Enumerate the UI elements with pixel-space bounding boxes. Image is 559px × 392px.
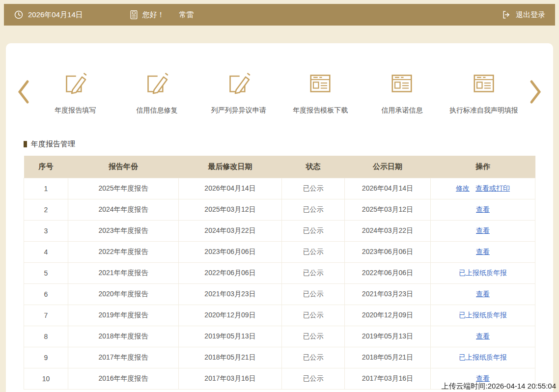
status-text: 已公示 — [282, 199, 345, 220]
date-display: 2026年04月14日 — [14, 10, 83, 20]
report-year: 2022年年度报告 — [68, 241, 179, 262]
status-text: 已公示 — [282, 347, 345, 368]
quick-action-label: 年度报告模板下载 — [293, 106, 348, 115]
status-text: 已公示 — [282, 178, 345, 199]
table-row: 22024年年度报告2025年03月12日已公示2025年03月12日查看 — [24, 199, 535, 220]
quick-action-label: 信用信息修复 — [136, 106, 177, 115]
quick-actions-carousel: 年度报告填写 信用信息修复 — [6, 43, 553, 115]
status-text: 已公示 — [282, 368, 345, 389]
form-pencil-icon — [224, 69, 253, 97]
topbar: 2026年04月14日 您好！ 常雷 退出登录 — [4, 4, 555, 26]
report-document-icon — [388, 69, 416, 97]
current-date: 2026年04月14日 — [28, 10, 83, 20]
logout-button[interactable]: 退出登录 — [502, 10, 545, 20]
quick-action-self-declaration[interactable]: 执行标准自我声明填报 — [443, 69, 524, 115]
action-link[interactable]: 查看或打印 — [475, 184, 510, 192]
actions-cell: 已上报纸质年报 — [431, 305, 535, 326]
column-header-status: 状态 — [282, 156, 345, 178]
carousel-next-button[interactable] — [525, 79, 546, 105]
greeting-text: 您好！ — [142, 10, 165, 20]
action-link[interactable]: 查看 — [476, 374, 490, 382]
clock-icon — [14, 10, 24, 20]
publish-date: 2022年06月06日 — [345, 262, 431, 283]
row-index: 10 — [24, 368, 68, 389]
publish-date: 2020年12月09日 — [345, 305, 431, 326]
last-modified-date: 2022年06月06日 — [179, 262, 282, 283]
annual-report-table: 序号 报告年份 最后修改日期 状态 公示日期 操作 12025年年度报告2026… — [24, 156, 535, 390]
action-link[interactable]: 查看 — [476, 332, 490, 340]
quick-action-annual-report-fill[interactable]: 年度报告填写 — [35, 69, 116, 115]
last-modified-date: 2023年06月06日 — [179, 241, 282, 262]
actions-cell: 已上报纸质年报 — [431, 262, 535, 283]
table-row: 32023年年度报告2024年03月22日已公示2024年03月22日查看 — [24, 220, 535, 241]
row-index: 9 — [24, 347, 68, 368]
form-pencil-icon — [142, 69, 171, 97]
quick-action-credit-repair[interactable]: 信用信息修复 — [116, 69, 197, 115]
action-link[interactable]: 查看 — [476, 226, 490, 234]
publish-date: 2021年03月23日 — [345, 283, 431, 305]
row-index: 5 — [24, 262, 68, 283]
report-year: 2024年年度报告 — [68, 199, 179, 220]
publish-date: 2018年05月21日 — [345, 347, 431, 368]
table-row: 42022年年度报告2023年06月06日已公示2023年06月06日查看 — [24, 241, 535, 262]
quick-action-label: 列严列异异议申请 — [211, 106, 266, 115]
quick-action-label: 年度报告填写 — [55, 106, 96, 115]
paper-report-status-label: 已上报纸质年报 — [459, 353, 507, 361]
last-modified-date: 2025年03月12日 — [179, 199, 282, 220]
column-header-year: 报告年份 — [68, 156, 179, 178]
report-document-icon — [470, 69, 498, 97]
quick-action-credit-commitment[interactable]: 信用承诺信息 — [362, 69, 443, 115]
publish-date: 2025年03月12日 — [345, 199, 431, 220]
quick-action-objection-apply[interactable]: 列严列异异议申请 — [198, 69, 279, 115]
quick-action-label: 信用承诺信息 — [381, 106, 422, 115]
id-badge-icon — [130, 10, 138, 20]
username: 常雷 — [179, 10, 194, 20]
last-modified-date: 2017年03月16日 — [179, 368, 282, 389]
publish-date: 2026年04月14日 — [345, 178, 431, 199]
column-header-index: 序号 — [24, 156, 68, 178]
report-year: 2017年年度报告 — [68, 347, 179, 368]
table-body: 12025年年度报告2026年04月14日已公示2026年04月14日修改查看或… — [24, 178, 535, 389]
action-link[interactable]: 查看 — [476, 205, 490, 213]
report-year: 2016年年度报告 — [68, 368, 179, 389]
action-link[interactable]: 查看 — [476, 290, 490, 298]
table-row: 52021年年度报告2022年06月06日已公示2022年06月06日已上报纸质… — [24, 262, 535, 283]
column-header-publish: 公示日期 — [345, 156, 431, 178]
actions-cell: 查看 — [431, 220, 535, 241]
row-index: 3 — [24, 220, 68, 241]
report-year: 2021年年度报告 — [68, 262, 179, 283]
chevron-left-icon — [17, 79, 30, 105]
action-link[interactable]: 查看 — [476, 248, 490, 255]
logout-icon — [502, 10, 511, 20]
carousel-prev-button[interactable] — [13, 79, 34, 105]
last-modified-date: 2019年05月13日 — [179, 326, 282, 347]
report-year: 2023年年度报告 — [68, 220, 179, 241]
paper-report-status-label: 已上报纸质年报 — [459, 269, 507, 277]
table-row: 92017年年度报告2018年05月21日已公示2018年05月21日已上报纸质… — [24, 347, 535, 368]
table-header-row: 序号 报告年份 最后修改日期 状态 公示日期 操作 — [24, 156, 535, 178]
column-header-actions: 操作 — [431, 156, 535, 178]
publish-date: 2019年05月13日 — [345, 326, 431, 347]
report-year: 2020年年度报告 — [68, 283, 179, 305]
report-year: 2019年年度报告 — [68, 305, 179, 326]
status-text: 已公示 — [282, 283, 345, 305]
row-index: 6 — [24, 283, 68, 305]
form-pencil-icon — [61, 69, 89, 97]
actions-cell: 查看 — [431, 283, 535, 305]
publish-date: 2017年03月16日 — [345, 368, 431, 389]
actions-cell: 查看 — [431, 199, 535, 220]
actions-cell: 修改查看或打印 — [431, 178, 535, 199]
row-index: 7 — [24, 305, 68, 326]
status-text: 已公示 — [282, 305, 345, 326]
row-index: 4 — [24, 241, 68, 262]
last-modified-date: 2020年12月09日 — [179, 305, 282, 326]
table-row: 82018年年度报告2019年05月13日已公示2019年05月13日查看 — [24, 326, 535, 347]
publish-date: 2024年03月22日 — [345, 220, 431, 241]
actions-cell: 查看 — [431, 326, 535, 347]
column-header-modified: 最后修改日期 — [179, 156, 282, 178]
status-text: 已公示 — [282, 241, 345, 262]
quick-action-template-download[interactable]: 年度报告模板下载 — [280, 69, 361, 115]
paper-report-status-label: 已上报纸质年报 — [459, 311, 507, 319]
action-link[interactable]: 修改 — [456, 184, 470, 192]
table-row: 72019年年度报告2020年12月09日已公示2020年12月09日已上报纸质… — [24, 305, 535, 326]
